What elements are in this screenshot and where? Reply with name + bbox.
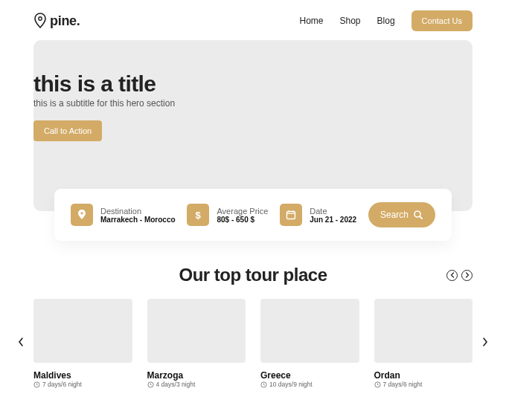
svg-rect-3 bbox=[287, 212, 295, 219]
chevron-left-icon bbox=[450, 272, 455, 278]
nav-home[interactable]: Home bbox=[300, 16, 324, 26]
tour-meta: 10 days/9 night bbox=[269, 381, 313, 388]
next-arrow-button[interactable] bbox=[461, 270, 473, 281]
logo[interactable]: pine. bbox=[33, 13, 80, 29]
tour-card[interactable]: Marzoga 4 days/3 night bbox=[147, 299, 246, 388]
contact-button[interactable]: Contact Us bbox=[411, 10, 473, 31]
search-price[interactable]: $ Average Price 80$ - 650 $ bbox=[187, 204, 268, 226]
tour-card[interactable]: Ordan 7 days/6 night bbox=[374, 299, 473, 388]
search-destination-value: Marrakech - Morocco bbox=[100, 216, 176, 224]
carousel-prev-button[interactable] bbox=[17, 337, 25, 350]
tour-title: Marzoga bbox=[147, 370, 246, 381]
clock-icon bbox=[33, 381, 40, 388]
search-date-label: Date bbox=[310, 207, 356, 216]
location-pin-icon bbox=[71, 204, 93, 226]
search-bar: Destination Marrakech - Morocco $ Averag… bbox=[54, 189, 452, 241]
search-price-value: 80$ - 650 $ bbox=[217, 216, 268, 224]
tour-image-placeholder bbox=[33, 299, 132, 363]
tour-title: Greece bbox=[260, 370, 359, 381]
clock-icon bbox=[374, 381, 381, 388]
svg-point-0 bbox=[39, 17, 42, 20]
calendar-icon bbox=[280, 204, 302, 226]
prev-arrow-button[interactable] bbox=[446, 270, 458, 281]
nav-shop[interactable]: Shop bbox=[340, 16, 361, 26]
nav-blog[interactable]: Blog bbox=[377, 16, 395, 26]
svg-line-8 bbox=[420, 216, 422, 219]
svg-point-1 bbox=[80, 212, 83, 214]
search-button[interactable]: Search bbox=[368, 202, 435, 227]
chevron-right-icon bbox=[481, 337, 489, 347]
tour-image-placeholder bbox=[374, 299, 473, 363]
search-date[interactable]: Date Jun 21 - 2022 bbox=[280, 204, 356, 226]
tour-image-placeholder bbox=[147, 299, 246, 363]
tours-heading: Our top tour place bbox=[179, 265, 327, 285]
tour-card[interactable]: Greece 10 days/9 night bbox=[260, 299, 359, 388]
hero-subtitle: this is a subtitle for this hero section bbox=[2, 98, 473, 109]
clock-icon bbox=[147, 381, 154, 388]
tour-title: Maldives bbox=[33, 370, 132, 381]
logo-text: pine. bbox=[50, 13, 80, 29]
hero-cta-button[interactable]: Call to Action bbox=[33, 120, 102, 141]
chevron-left-icon bbox=[17, 337, 25, 347]
svg-text:$: $ bbox=[196, 210, 202, 220]
hero-title: this is a title bbox=[2, 71, 473, 97]
search-destination[interactable]: Destination Marrakech - Morocco bbox=[71, 204, 176, 226]
search-destination-label: Destination bbox=[100, 207, 176, 216]
logo-pin-icon bbox=[33, 13, 47, 29]
search-icon bbox=[413, 210, 423, 220]
tour-title: Ordan bbox=[374, 370, 473, 381]
search-button-label: Search bbox=[380, 210, 409, 220]
carousel-next-button[interactable] bbox=[481, 337, 489, 350]
search-price-label: Average Price bbox=[217, 207, 268, 216]
tour-meta: 7 days/6 night bbox=[42, 381, 82, 388]
search-date-value: Jun 21 - 2022 bbox=[310, 216, 356, 224]
tour-image-placeholder bbox=[260, 299, 359, 363]
tour-meta: 4 days/3 night bbox=[156, 381, 196, 388]
tour-card[interactable]: Maldives 7 days/6 night bbox=[33, 299, 132, 388]
chevron-right-icon bbox=[465, 272, 470, 278]
dollar-icon: $ bbox=[187, 204, 209, 226]
tour-meta: 7 days/6 night bbox=[383, 381, 423, 388]
clock-icon bbox=[260, 381, 267, 388]
